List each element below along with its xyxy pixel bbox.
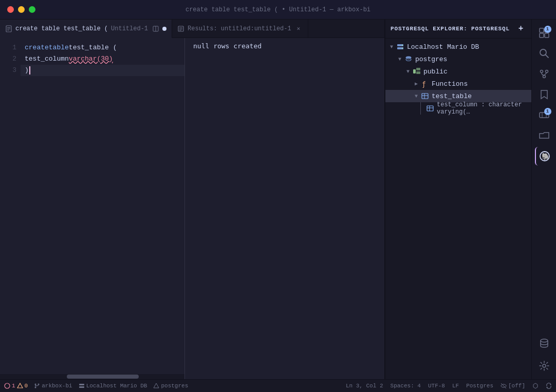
spaces-label: Spaces: 4 (391, 383, 421, 389)
code-panel[interactable]: 1 2 3 create table test_table ( (0, 38, 185, 379)
split-icon[interactable] (152, 25, 159, 32)
svg-point-44 (35, 384, 36, 385)
code-line-2: test_column varchar(30) (21, 53, 184, 65)
explorer-tree[interactable]: ▼ Localhost Mario DB ▼ (385, 39, 531, 379)
scrollbar-thumb[interactable] (67, 375, 139, 379)
server-icon (396, 42, 405, 51)
code-scrollbar[interactable] (0, 374, 184, 379)
svg-text:ƒ: ƒ (422, 80, 426, 88)
tree-item-postgres[interactable]: ▼ postgres (385, 53, 531, 65)
file-icon (5, 25, 12, 32)
tab-results-close[interactable]: ✕ (294, 25, 303, 33)
error-count[interactable]: 1 0 (4, 383, 28, 389)
containers-badge: 1 (544, 108, 551, 115)
branch-status[interactable]: arkbox-bi (34, 383, 72, 389)
status-left: 1 0 arkbox-bi (4, 383, 188, 389)
bookmark-icon[interactable] (535, 85, 553, 104)
refresh-icon[interactable] (546, 383, 552, 389)
add-connection-button[interactable]: + (516, 24, 526, 34)
tree-label-test-column: test_column : character varying(… (437, 101, 527, 116)
svg-point-31 (540, 70, 543, 73)
svg-rect-15 (413, 69, 416, 73)
eye-off-toggle[interactable]: [off] (501, 383, 525, 389)
cursor-position-label: Ln 3, Col 2 (346, 383, 383, 389)
tree-item-functions[interactable]: ▶ ƒ Functions (385, 78, 531, 90)
svg-rect-49 (79, 386, 84, 388)
tree-label-postgres: postgres (415, 55, 527, 63)
status-right: Ln 3, Col 2 Spaces: 4 UTF-8 LF Postgres … (346, 383, 552, 389)
status-bar: 1 0 arkbox-bi (0, 379, 556, 392)
search-icon[interactable] (535, 44, 553, 63)
containers-icon[interactable]: 1 (535, 106, 553, 124)
tree-item-public[interactable]: ▼ public (385, 65, 531, 78)
chevron-down-icon: ▼ (387, 43, 396, 51)
code-content[interactable]: 1 2 3 create table test_table ( (0, 38, 184, 374)
title-bar: create table test_table ( • Untitled-1 —… (0, 0, 556, 20)
code-line-3: ) (21, 65, 184, 76)
settings-icon[interactable] (535, 357, 553, 375)
token: varchar(30) (69, 53, 113, 65)
svg-point-42 (5, 383, 10, 388)
svg-line-30 (545, 55, 548, 58)
svg-point-33 (543, 76, 545, 78)
svg-rect-17 (416, 71, 420, 74)
hex-icon[interactable] (532, 383, 539, 389)
eye-off-label: [off] (508, 383, 525, 389)
postgres-icon[interactable]: 🐘 (535, 147, 553, 165)
close-button[interactable] (7, 6, 14, 13)
tree-item-localhost[interactable]: ▼ Localhost Mario DB (385, 41, 531, 53)
cursor-position[interactable]: Ln 3, Col 2 (346, 383, 383, 389)
language-setting[interactable]: Postgres (466, 383, 493, 389)
folder-icon[interactable] (535, 126, 553, 145)
chevron-down-icon: ▼ (396, 55, 404, 63)
database-manage-icon[interactable] (535, 334, 553, 352)
token: test_table ( (69, 42, 117, 53)
tab-results-label: Results: untitled:untitled-1 (188, 25, 291, 32)
eye-icon (501, 383, 507, 389)
minimize-button[interactable] (18, 6, 25, 13)
schema-label: postgres (161, 383, 188, 389)
explorer-title: POSTGRESQL EXPLORER: POSTGRESQL (391, 26, 510, 32)
tree-item-test-table[interactable]: ▼ test_table (385, 90, 531, 102)
svg-point-40 (541, 339, 548, 342)
eol-setting[interactable]: LF (452, 383, 459, 389)
source-control-icon[interactable] (535, 65, 553, 83)
spaces-setting[interactable]: Spaces: 4 (391, 383, 421, 389)
error-label: 1 (12, 383, 15, 389)
svg-rect-19 (422, 94, 428, 99)
chevron-down-icon: ▼ (412, 92, 420, 100)
language-label: Postgres (466, 383, 493, 389)
app-container: create table test_table ( Untitled-1 (0, 20, 556, 392)
editor-panels: 1 2 3 create table test_table ( (0, 38, 384, 379)
tab-editor[interactable]: create table test_table ( Untitled-1 (0, 20, 172, 38)
branch-icon (34, 383, 40, 389)
tree-label-public: public (423, 68, 527, 76)
results-text: null rows created (193, 42, 262, 50)
main-content: create table test_table ( Untitled-1 (0, 20, 556, 379)
extensions-icon[interactable]: 1 (535, 24, 553, 42)
maximize-button[interactable] (29, 6, 35, 13)
functions-icon: ƒ (420, 79, 430, 88)
cursor (29, 66, 30, 74)
tree-label-functions: Functions (432, 80, 527, 88)
code-line-1: create table test_table ( (21, 42, 184, 53)
results-panel: null rows created (185, 38, 384, 379)
schema-status-icon (153, 383, 159, 389)
svg-point-13 (402, 48, 403, 49)
encoding-setting[interactable]: UTF-8 (428, 383, 445, 389)
error-icon (4, 383, 10, 389)
schema-status[interactable]: postgres (153, 383, 188, 389)
tab-results[interactable]: Results: untitled:untitled-1 ✕ (172, 20, 308, 38)
db-status-icon (79, 383, 85, 389)
refresh-status-icon (546, 383, 552, 389)
editor-area: create table test_table ( Untitled-1 (0, 20, 385, 379)
table-icon (420, 91, 430, 101)
tree-item-test-column[interactable]: test_column : character varying(… (385, 102, 531, 115)
db-label: Localhost Mario DB (86, 383, 147, 389)
results-icon (177, 25, 184, 32)
window-controls (7, 6, 35, 13)
svg-text:🐘: 🐘 (541, 152, 550, 161)
db-status[interactable]: Localhost Mario DB (79, 383, 147, 389)
token: test_column (25, 53, 69, 65)
code-lines[interactable]: create table test_table ( test_column va… (21, 38, 184, 374)
